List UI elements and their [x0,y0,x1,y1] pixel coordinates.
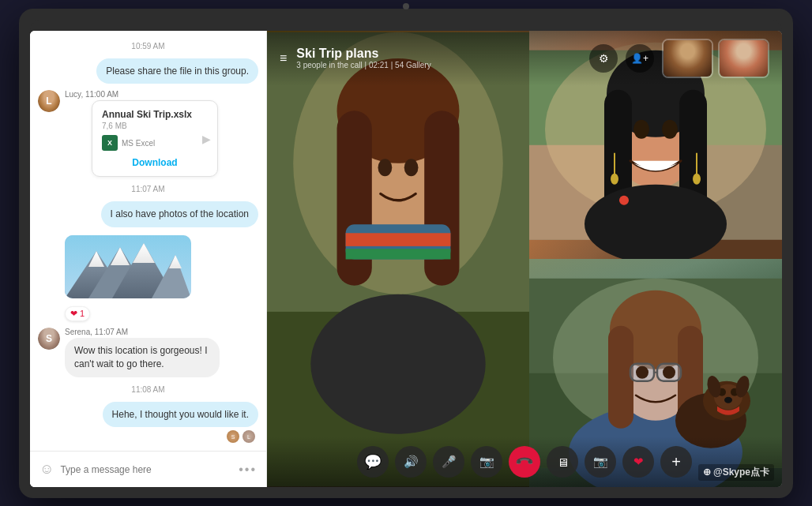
bubble-sent-1: Please share the file in this group. [96,58,258,84]
screen-share-button[interactable]: 🖥 [547,446,578,478]
bubble-sent-3: Hehe, I thought you would like it. [103,402,258,428]
add-more-button[interactable]: + [660,446,692,478]
video-main-left [267,31,529,488]
chat-messages: 10:59 AM Please share the file in this g… [30,31,266,452]
svg-point-35 [662,119,678,138]
lucy-label: Lucy, 11:00 AM [65,90,218,99]
timestamp-1: 10:59 AM [38,42,258,51]
svg-point-16 [310,294,485,433]
thumb-1 [662,39,713,78]
chat-panel: 10:59 AM Please share the file in this g… [30,31,267,488]
svg-point-34 [633,119,649,138]
mic-button[interactable]: 🎤 [433,446,464,478]
timestamp-2: 11:07 AM [38,185,258,193]
chat-toggle-button[interactable]: 💬 [357,446,389,478]
svg-rect-19 [346,249,451,259]
video-header: ≡ Ski Trip plans 3 people in the call | … [267,31,782,86]
emoji-button[interactable]: ☺ [39,461,54,478]
call-title-section: Ski Trip plans 3 people in the call | 02… [296,47,589,69]
user-row-lucy: L Lucy, 11:00 AM Annual Ski Trip.xslx 7,… [38,90,258,177]
download-button[interactable]: Download [102,157,208,168]
speaker-button[interactable]: 🔊 [395,446,427,478]
end-call-button[interactable]: 📞 [502,440,547,485]
message-sent-2: I also have photos of the location [38,201,258,227]
excel-icon: X [102,135,118,151]
file-size: 7,6 MB [102,122,208,130]
file-card: Annual Ski Trip.xslx 7,6 MB X MS Excel D… [92,100,218,177]
svg-point-49 [636,366,648,379]
camera-dot [403,3,409,9]
send-icon: ▶ [202,133,211,145]
svg-point-37 [619,195,629,204]
svg-point-31 [611,173,618,184]
photo-message [65,235,191,298]
react-heart-button[interactable]: ❤ [622,446,654,478]
laptop-screen: 10:59 AM Please share the file in this g… [30,31,782,488]
read-receipts: S L [38,430,258,443]
video-right-panel [529,31,782,488]
participant-thumbnails [662,39,769,78]
settings-button[interactable]: ⚙ [589,44,618,73]
file-name: Annual Ski Trip.xslx [102,109,208,120]
bubble-serena: Wow this location is gorgeous! I can't w… [65,338,220,377]
svg-point-21 [404,159,419,176]
svg-rect-44 [608,326,633,429]
video-panel: ≡ Ski Trip plans 3 people in the call | … [267,31,782,488]
avatar-lucy: L [38,90,60,112]
hamburger-icon[interactable]: ≡ [280,51,287,66]
message-sent-3: Hehe, I thought you would like it. [38,402,258,428]
svg-point-50 [663,366,675,379]
svg-point-33 [693,173,701,184]
more-options-button[interactable]: ••• [239,463,257,477]
bubble-sent-2: I also have photos of the location [101,201,258,227]
svg-point-20 [378,159,393,176]
video-button[interactable]: 📷 [471,446,502,478]
call-subtitle: 3 people in the call | 02:21 | 54 Galler… [296,61,589,69]
message-sent-1: Please share the file in this group. [38,58,258,84]
serena-messages: Serena, 11:07 AM Wow this location is go… [65,328,258,377]
avatar-serena: S [38,328,60,350]
chat-input-bar: ☺ ••• [30,451,266,487]
serena-label: Serena, 11:07 AM [65,328,258,336]
camera-switch-button[interactable]: 📷 [585,446,616,478]
avatar-lucy-img: L [38,90,60,112]
call-title: Ski Trip plans [296,47,589,61]
avatar-serena-img: S [38,328,60,350]
file-type-label: MS Excel [122,139,155,148]
call-controls-top: ⚙ 👤+ [589,39,769,78]
file-type-row: X MS Excel [102,135,208,151]
svg-point-56 [724,397,732,403]
timestamp-3: 11:08 AM [38,385,258,394]
message-input[interactable] [60,464,232,475]
reaction-row: ❤ 1 [65,306,258,321]
person-main-video [267,31,529,488]
user-row-serena: S Serena, 11:07 AM Wow this location is … [38,328,258,377]
add-person-button[interactable]: 👤+ [626,44,654,73]
lucy-messages: Lucy, 11:00 AM Annual Ski Trip.xslx 7,6 … [65,90,218,177]
reaction-heart: ❤ 1 [65,306,90,321]
svg-rect-18 [346,233,451,246]
video-main-area [267,31,782,488]
watermark: ⊕ @Skype点卡 [698,464,774,481]
thumb-2 [718,39,769,78]
